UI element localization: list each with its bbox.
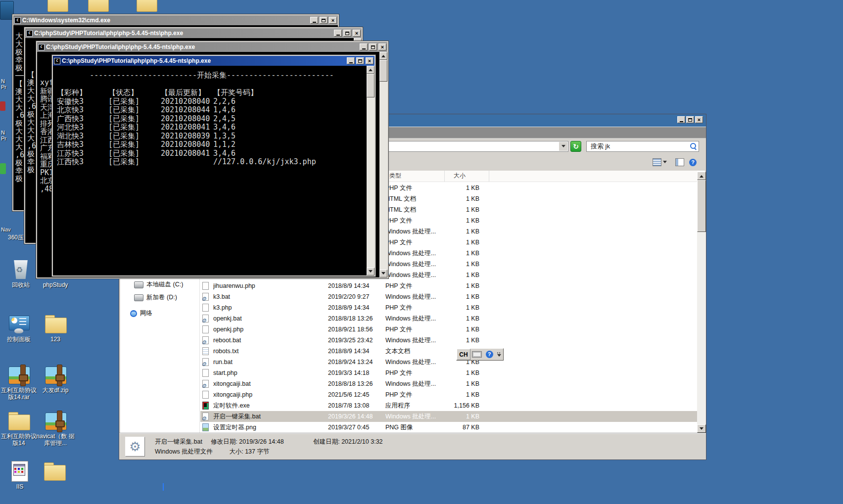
lottery-name: 江西快3 [57,157,108,166]
sidebar-item-drive-0[interactable]: 本地磁盘 (C:) [134,280,183,289]
table-row[interactable]: k3.php2018/8/9 14:34PHP 文件1 KB [200,302,697,313]
search-input[interactable]: 搜索 jk [586,141,699,152]
console-titlebar[interactable]: C C:\phpStudy\PHPTutorial\php\php-5.4.45… [37,42,387,52]
refresh-button[interactable]: ↻ [570,141,581,152]
close-button[interactable]: × [378,44,386,50]
language-help-button[interactable]: ? [483,349,495,360]
lottery-result: 3,4,6 [213,123,367,132]
console-row: 安徽快3[已采集]202102080402,2,6 [53,97,367,106]
sidebar-item-network[interactable]: 网络 [130,309,152,318]
folderx-icon [43,460,66,482]
language-bar: CH ? [456,348,504,361]
keyboard-icon[interactable] [470,349,483,360]
file-size: 1 KB [447,217,484,224]
address-dropdown-icon[interactable] [559,142,567,151]
lottery-name: 安徽快3 [57,97,108,106]
desktop-icon-navicat[interactable]: navicat（数 据库管理... [36,410,75,447]
file-icon-cell [200,336,213,344]
console-scrollbar[interactable] [367,66,375,275]
file-icon-cell [200,402,213,410]
folder-icon[interactable] [137,0,157,12]
desktop-icon-recycle[interactable]: ♻回收站 [1,258,41,288]
views-button[interactable] [653,158,667,167]
maximize-button[interactable] [356,57,364,64]
folder-icon[interactable] [47,0,68,12]
desktop-icon-control[interactable]: 控制面板 [0,313,39,343]
minimize-button[interactable] [347,57,355,64]
maximize-button[interactable] [686,116,694,123]
console-row: 河北快3[已采集]202102080413,4,6 [53,123,367,132]
table-row[interactable]: jihuarenwu.php2018/8/9 14:34PHP 文件1 KB [200,280,697,291]
file-type: PNG 图像 [385,423,447,432]
console-scrollbar[interactable] [379,52,387,277]
table-row[interactable]: openkj.php2018/9/21 18:56PHP 文件1 KB [200,324,697,335]
desktop-icon-folder14[interactable]: 互利互助协议 版14 [0,410,39,447]
table-row[interactable]: robots.txt2018/8/9 14:34文本文档1 KB [200,346,697,357]
desktop-icon-label: 互利互助协议 版14 [0,433,39,447]
language-options-button[interactable] [495,349,503,360]
console-table-header: 【彩种】【状态】【最后更新】【开奖号码】 [53,88,367,97]
file-size: 1 KB [447,315,484,322]
console-titlebar[interactable]: C C:\phpStudy\PHPTutorial\php\php-5.4.45… [53,56,375,66]
desktop-icon-label: N [1,78,5,84]
close-button[interactable]: × [329,17,337,24]
minimize-button[interactable] [334,30,342,37]
desktop-icon-dfzip[interactable]: 大发df.zip [36,364,75,394]
vertical-scrollbar[interactable] [697,172,706,433]
console-col-header: 【最后更新】 [161,88,213,97]
file-name: 开启一键采集.bat [213,412,328,421]
desktop-icon-folderx[interactable] [35,460,74,482]
console-titlebar[interactable]: C C:\phpStudy\PHPTutorial\php\php-5.4.45… [25,28,362,38]
file-type: Windows 批处理... [385,293,447,301]
maximize-button[interactable] [320,17,328,24]
table-row[interactable]: xitongcaiji.php2021/5/6 12:45PHP 文件1 KB [200,389,697,400]
lottery-name: 江苏快3 [57,149,108,158]
status-modified: 2019/3/26 14:48 [239,438,283,445]
table-row[interactable]: 定时软件.exe2018/7/8 13:08应用程序1,156 KB [200,400,697,411]
file-size: 1 KB [447,228,484,235]
table-row[interactable]: start.php2019/3/3 14:18PHP 文件1 KB [200,367,697,378]
desktop-icon-iis[interactable]: IIS [0,460,40,490]
maximize-button[interactable] [343,30,351,37]
desktop-icon-rar14[interactable]: 互利互助协议 版14.rar [0,364,39,401]
minimize-button[interactable] [360,44,368,50]
maximize-button[interactable] [369,44,377,50]
dfzip-icon [44,364,67,385]
help-button[interactable]: ? [689,158,697,167]
table-row[interactable]: 设置定时器.png2019/3/27 0:45PNG 图像87 KB [200,422,697,433]
close-button[interactable]: × [366,57,374,64]
scrollbar-thumb[interactable] [697,180,706,232]
table-row[interactable]: xitongcaiji.bat2018/8/18 13:26Windows 批处… [200,378,697,389]
column-header-type[interactable]: 类型 [383,171,445,182]
file-txt-icon [202,347,209,355]
console-titlebar[interactable]: C C:\Windows\system32\cmd.exe × [13,15,338,25]
file-size: 1 KB [447,337,484,344]
folder-icon[interactable] [88,0,109,12]
scroll-up-icon[interactable] [697,172,706,180]
table-row[interactable]: 开启一键采集.bat2019/3/26 14:48Windows 批处理...1… [200,411,697,422]
preview-pane-button[interactable] [675,158,684,167]
shortcut-icon[interactable] [0,101,5,111]
shortcut-icon[interactable] [0,163,6,174]
sidebar-item-drive-1[interactable]: 新加卷 (D:) [134,293,177,302]
table-row[interactable]: k3.bat2019/2/20 9:27Windows 批处理...1 KB [200,291,697,302]
lottery-updated: 20210208040 [161,114,213,123]
lottery-updated: 20210208041 [161,123,213,132]
table-row[interactable]: reboot.bat2019/3/25 23:42Windows 批处理...1… [200,335,697,346]
desktop-icon-folder123[interactable]: 123 [36,313,75,343]
file-icon-cell [200,304,213,312]
minimize-button[interactable] [310,17,318,24]
scroll-down-icon[interactable] [697,424,706,433]
language-indicator[interactable]: CH [457,349,470,360]
minimize-button[interactable] [677,116,685,123]
close-button[interactable]: × [353,30,361,37]
lottery-updated: 20210208040 [161,97,213,106]
table-row[interactable]: openkj.bat2018/8/18 13:26Windows 批处理...1… [200,313,697,324]
column-header-size[interactable]: 大小 [445,171,489,182]
close-button[interactable]: × [695,116,703,123]
console-banner: ------------------------开始采集------------… [53,71,367,80]
nav-label: 网络 [140,309,152,318]
status-filetype: Windows 批处理文件 [155,448,213,455]
table-row[interactable]: run.bat2018/9/24 13:24Windows 批处理...1 KB [200,357,697,367]
file-name: robots.txt [213,348,328,355]
